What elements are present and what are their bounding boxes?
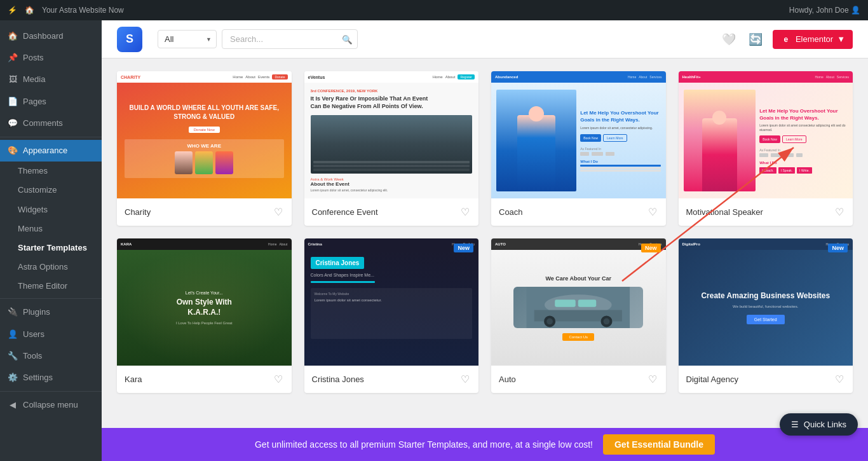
- agency-headline: Create Amazing Business Websites: [701, 291, 830, 301]
- template-footer-conference: Conference Event ♡: [304, 198, 479, 226]
- template-thumb-kara: KARA Home About Let's Create Your... Own…: [117, 238, 292, 366]
- conf-headline: It Is Very Rare Or Impossible That An Ev…: [311, 95, 440, 110]
- sidebar-label-users: Users: [23, 329, 44, 340]
- sidebar-label-astra-options: Astra Options: [18, 261, 68, 273]
- motiv-cta-btn[interactable]: Book Now: [759, 135, 780, 143]
- template-heart-conference[interactable]: ♡: [459, 205, 471, 219]
- auto-cta-btn[interactable]: Contact Us: [562, 333, 594, 341]
- get-essential-bundle-button[interactable]: Get Essential Bundle: [603, 434, 715, 455]
- bottom-banner: Get unlimited access to all premium Star…: [102, 428, 868, 461]
- sidebar-item-menus[interactable]: Menus: [18, 219, 102, 238]
- template-thumb-motivational: HealthFit+ Home About Services: [679, 71, 853, 198]
- search-input[interactable]: [222, 29, 358, 49]
- sidebar-item-posts[interactable]: 📌 Posts: [0, 47, 102, 69]
- dashboard-icon: 🏠: [8, 31, 18, 41]
- template-heart-motivational[interactable]: ♡: [834, 205, 845, 219]
- template-card-cristina[interactable]: New Cristina Home Portfolio Cristina Jon…: [304, 238, 479, 393]
- template-card-charity[interactable]: CHARITY Home About Events Donate BUILD A…: [117, 71, 292, 226]
- search-wrap: 🔍: [222, 29, 358, 49]
- sidebar-label-tools: Tools: [23, 350, 42, 362]
- templates-grid-container: CHARITY Home About Events Donate BUILD A…: [117, 71, 853, 393]
- motiv-learn-btn[interactable]: Learn More: [782, 135, 806, 143]
- template-footer-cristina: Cristina Jones ♡: [304, 366, 479, 393]
- template-footer-motivational: Motivational Speaker ♡: [679, 198, 853, 226]
- charity-who-text: WHO WE ARE: [128, 143, 280, 149]
- coach-cta-btn[interactable]: Book Now: [580, 134, 601, 142]
- sidebar-item-settings[interactable]: ⚙️ Settings: [0, 367, 102, 389]
- search-button[interactable]: 🔍: [342, 34, 353, 44]
- site-name[interactable]: Your Astra Website Now: [42, 6, 124, 15]
- sidebar-item-dashboard[interactable]: 🏠 Dashboard: [0, 25, 102, 47]
- template-card-auto[interactable]: New AUTO Home Services We Care About You…: [491, 238, 666, 393]
- template-footer-digital-agency: Digital Agency ♡: [679, 366, 853, 393]
- category-filter[interactable]: All Free Agency Business: [158, 30, 217, 48]
- cristina-name: Cristina Jones: [311, 257, 365, 269]
- sidebar-item-themes[interactable]: Themes: [18, 162, 102, 181]
- sidebar-item-users[interactable]: 👤 Users: [0, 324, 102, 345]
- elementor-chevron-icon: ▼: [837, 34, 845, 44]
- sidebar-item-customize[interactable]: Customize: [18, 181, 102, 200]
- auto-new-badge: New: [641, 244, 661, 252]
- template-name-charity: Charity: [125, 207, 151, 217]
- template-card-motivational[interactable]: HealthFit+ Home About Services: [679, 71, 853, 226]
- site-home-icon[interactable]: 🏠: [25, 6, 34, 15]
- template-thumb-conference: eVentus Home About Register 3rd CONFEREN…: [304, 71, 479, 198]
- sidebar-item-theme-editor[interactable]: Theme Editor: [18, 277, 102, 296]
- charity-cta-btn[interactable]: Donate Now: [189, 127, 220, 133]
- template-name-conference: Conference Event: [312, 207, 378, 217]
- template-heart-digital-agency[interactable]: ♡: [834, 372, 845, 387]
- sidebar-item-appearance[interactable]: 🎨 Appearance: [0, 140, 102, 162]
- sidebar-label-posts: Posts: [23, 52, 44, 64]
- sidebar-item-comments[interactable]: 💬 Comments: [0, 113, 102, 134]
- sidebar-item-tools[interactable]: 🔧 Tools: [0, 345, 102, 367]
- template-name-motivational: Motivational Speaker: [686, 207, 763, 217]
- admin-bar: ⚡ 🏠 Your Astra Website Now Howdy, John D…: [0, 0, 868, 20]
- coach-learn-btn[interactable]: Learn More: [603, 134, 627, 142]
- sidebar-item-astra-options[interactable]: Astra Options: [18, 258, 102, 277]
- kara-mini-nav: KARA Home About: [117, 238, 292, 250]
- sidebar-item-media[interactable]: 🖼 Media: [0, 69, 102, 90]
- settings-icon: ⚙️: [8, 373, 18, 383]
- template-card-coach[interactable]: Abundanced Home About Services: [491, 71, 666, 226]
- template-heart-auto[interactable]: ♡: [647, 372, 658, 387]
- conf-about: Astra & Work Week About the Event Lorem …: [311, 177, 473, 192]
- agency-hero: Create Amazing Business Websites We buil…: [679, 250, 853, 366]
- wp-logo[interactable]: ⚡: [8, 6, 17, 15]
- header-filter: All Free Agency Business 🔍: [158, 29, 358, 49]
- coach-text: Let Me Help You Overshoot Your Goals in …: [580, 109, 660, 172]
- sidebar-item-collapse[interactable]: ◀ Collapse menu: [0, 394, 102, 416]
- template-name-digital-agency: Digital Agency: [686, 375, 738, 384]
- sidebar-label-theme-editor: Theme Editor: [18, 280, 67, 292]
- sidebar-item-starter-templates[interactable]: Starter Templates: [18, 238, 102, 258]
- header-bar: S All Free Agency Business 🔍 🤍: [102, 20, 868, 58]
- refresh-button[interactable]: 🔄: [746, 30, 765, 49]
- template-heart-coach[interactable]: ♡: [647, 205, 658, 219]
- template-card-conference[interactable]: eVentus Home About Register 3rd CONFEREN…: [304, 71, 479, 226]
- quick-links-button[interactable]: ☰ Quick Links: [780, 413, 858, 436]
- charity-people: [128, 151, 280, 174]
- wishlist-button[interactable]: 🤍: [719, 30, 738, 49]
- template-thumb-cristina: New Cristina Home Portfolio Cristina Jon…: [304, 238, 479, 366]
- sidebar-item-plugins[interactable]: 🔌 Plugins: [0, 301, 102, 323]
- comments-icon: 💬: [8, 118, 18, 128]
- posts-icon: 📌: [8, 53, 18, 63]
- template-heart-cristina[interactable]: ♡: [459, 372, 471, 387]
- template-footer-auto: Auto ♡: [491, 366, 666, 393]
- auto-car-img: [513, 287, 643, 328]
- charity-headline: BUILD A WORLD WHERE ALL YOUTH ARE SAFE, …: [125, 104, 284, 121]
- template-heart-charity[interactable]: ♡: [273, 205, 284, 219]
- user-avatar-placeholder: 👤: [851, 6, 860, 15]
- motiv-headline: Let Me Help You Overshoot Your Goals in …: [759, 107, 848, 121]
- filter-select-wrap[interactable]: All Free Agency Business: [158, 30, 217, 48]
- svg-point-4: [547, 318, 553, 324]
- template-heart-kara[interactable]: ♡: [273, 372, 284, 387]
- svg-point-6: [604, 318, 610, 324]
- sidebar-item-pages[interactable]: 📄 Pages: [0, 91, 102, 113]
- agency-cta-btn[interactable]: Get Started: [747, 315, 785, 324]
- template-footer-kara: Kara ♡: [117, 366, 292, 393]
- sidebar-item-widgets[interactable]: Widgets: [18, 200, 102, 219]
- elementor-button[interactable]: e Elementor ▼: [773, 30, 853, 49]
- elementor-e-icon: e: [780, 34, 792, 45]
- template-card-kara[interactable]: KARA Home About Let's Create Your... Own…: [117, 238, 292, 393]
- template-card-digital-agency[interactable]: New DigitalPro Home Services Create Amaz…: [679, 238, 853, 393]
